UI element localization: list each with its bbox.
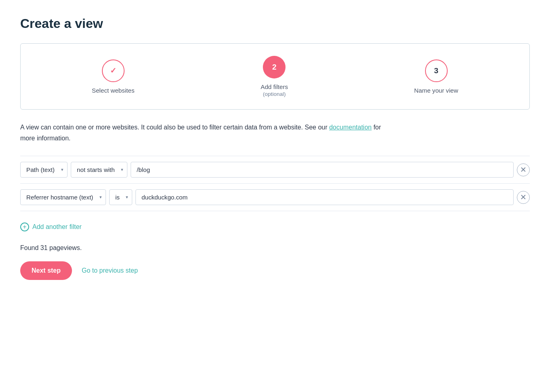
filter-1-operator-select[interactable]: not starts with <box>71 162 127 178</box>
filter-1-operator-wrapper[interactable]: not starts with ▾ <box>71 162 127 178</box>
filter-2-operator-wrapper[interactable]: is ▾ <box>109 189 132 205</box>
filter-2-operator-select[interactable]: is <box>109 189 132 205</box>
found-pageviews-text: Found 31 pageviews. <box>20 244 530 252</box>
step-2-number: 2 <box>272 63 277 72</box>
filter-2-field-select[interactable]: Referrer hostname (text) <box>20 189 106 205</box>
step-2-circle: 2 <box>263 56 286 78</box>
filter-1-remove-button[interactable]: ✕ <box>517 163 530 176</box>
documentation-link[interactable]: documentation <box>329 124 372 131</box>
step-3-circle: 3 <box>425 59 448 82</box>
filter-row-2: Referrer hostname (text) ▾ is ▾ ✕ <box>20 184 530 211</box>
step-1-checkmark: ✓ <box>110 66 116 75</box>
step-1: ✓ Select websites <box>92 59 135 94</box>
filter-2-remove-button[interactable]: ✕ <box>517 191 530 204</box>
description: A view can contain one or more websites.… <box>20 122 384 144</box>
filter-2-remove-icon: ✕ <box>520 193 527 202</box>
filter-1-field-select[interactable]: Path (text) <box>20 162 68 178</box>
step-2: 2 Add filters (optional) <box>261 56 288 97</box>
add-filter-label: Add another filter <box>32 223 82 231</box>
step-2-label: Add filters (optional) <box>261 83 288 97</box>
filter-1-value-input[interactable] <box>131 162 514 178</box>
actions: Next step Go to previous step <box>20 261 530 280</box>
step-3-number: 3 <box>434 66 438 75</box>
add-filter-plus-icon: + <box>20 222 29 231</box>
filter-1-remove-icon: ✕ <box>520 165 527 174</box>
step-2-sublabel: (optional) <box>263 91 286 97</box>
filter-2-value-input[interactable] <box>135 189 514 205</box>
step-1-circle: ✓ <box>102 59 125 82</box>
step-3: 3 Name your view <box>414 59 458 94</box>
stepper: ✓ Select websites 2 Add filters (optiona… <box>20 43 530 110</box>
prev-step-link[interactable]: Go to previous step <box>82 267 138 274</box>
description-text-before: A view can contain one or more websites.… <box>20 124 329 131</box>
page-title: Create a view <box>20 16 530 31</box>
filters-container: Path (text) ▾ not starts with ▾ ✕ Referr… <box>20 156 530 211</box>
filter-1-field-wrapper[interactable]: Path (text) ▾ <box>20 162 68 178</box>
add-filter-button[interactable]: + Add another filter <box>20 219 82 235</box>
step-3-label: Name your view <box>414 87 458 94</box>
next-step-button[interactable]: Next step <box>20 261 72 280</box>
step-1-label: Select websites <box>92 87 135 94</box>
filter-row-1: Path (text) ▾ not starts with ▾ ✕ <box>20 156 530 184</box>
filter-2-field-wrapper[interactable]: Referrer hostname (text) ▾ <box>20 189 106 205</box>
